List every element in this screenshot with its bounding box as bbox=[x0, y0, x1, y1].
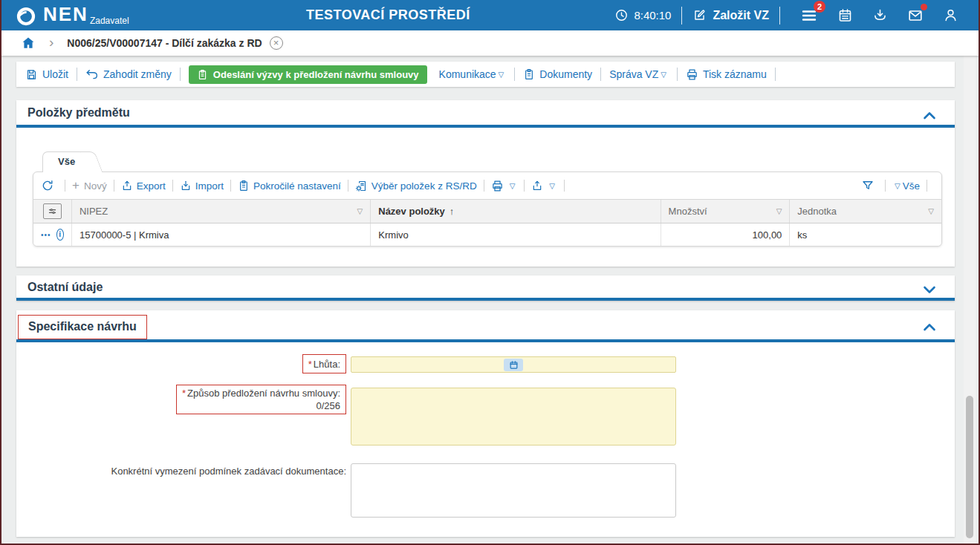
discard-label: Zahodit změny bbox=[103, 68, 172, 80]
refresh-button[interactable] bbox=[41, 179, 58, 192]
sliders-icon bbox=[47, 206, 58, 217]
messages-notification-dot bbox=[921, 4, 927, 10]
save-button[interactable]: Uložit bbox=[25, 68, 68, 81]
filter-button[interactable] bbox=[861, 179, 878, 192]
conditions-label: Konkrétní vymezení podmínek zadávací dok… bbox=[111, 466, 346, 477]
dropdown-icon: ▽ bbox=[895, 182, 901, 190]
deadline-field-wrap bbox=[351, 356, 676, 373]
brand-logo[interactable]: NEN Zadavatel bbox=[15, 3, 129, 27]
section-underline bbox=[16, 339, 955, 342]
conditions-textarea[interactable] bbox=[351, 463, 676, 518]
spec-title-required-box: Specifikace návrhu bbox=[18, 315, 147, 339]
cell-nipez: 15700000-5 | Krmiva bbox=[72, 223, 371, 246]
grid-toolbar: + Nový Export Import Pokročilé nastavení bbox=[33, 172, 941, 199]
messages-button[interactable] bbox=[907, 7, 924, 24]
collapse-section-chevron-up-icon[interactable] bbox=[921, 319, 938, 339]
import-button[interactable]: Import bbox=[180, 180, 224, 192]
printer-icon bbox=[491, 180, 504, 192]
user-profile-button[interactable] bbox=[943, 7, 958, 23]
grid-toolbar-divider bbox=[65, 180, 65, 192]
column-header-nazev-polozky[interactable]: Název položky ↑ bbox=[371, 200, 661, 223]
grid-toolbar-divider bbox=[885, 180, 886, 192]
document-gear-icon bbox=[355, 180, 368, 192]
date-picker-button[interactable] bbox=[504, 359, 523, 371]
documents-button[interactable]: Dokumenty bbox=[523, 68, 592, 80]
deadline-label-box: *Lhůta: bbox=[302, 354, 346, 373]
brand-name: NEN bbox=[43, 3, 88, 25]
top-header-bar: NEN Zadavatel TESTOVACÍ PROSTŘEDÍ 8:40:1… bbox=[1, 0, 979, 30]
column-filter-icon[interactable]: ▽ bbox=[357, 207, 363, 215]
send-proposal-label: Odeslání výzvy k předložení návrhu smlou… bbox=[213, 69, 419, 80]
advanced-settings-button[interactable]: Pokročilé nastavení bbox=[238, 180, 341, 192]
section-underline bbox=[16, 125, 955, 128]
toolbar-divider bbox=[600, 68, 601, 81]
grid-toolbar-divider bbox=[564, 180, 565, 192]
breadcrumb: › N006/25/V00007147 - Dílčí zakázka z RD… bbox=[1, 30, 979, 56]
brand-subtitle: Zadavatel bbox=[90, 16, 129, 26]
required-asterisk: * bbox=[308, 359, 312, 370]
vertical-scrollbar-track[interactable] bbox=[964, 56, 976, 544]
method-textarea[interactable] bbox=[351, 388, 676, 446]
tab-all[interactable]: Vše bbox=[42, 151, 90, 172]
toolbar-divider bbox=[77, 68, 77, 81]
select-items-rs-rd-button[interactable]: Výběr položek z RS/RD bbox=[355, 180, 477, 192]
home-button[interactable] bbox=[21, 36, 36, 50]
session-time: 8:40:10 bbox=[614, 8, 671, 22]
clipboard-icon bbox=[238, 180, 250, 192]
column-filter-icon[interactable]: ▽ bbox=[928, 207, 934, 215]
column-filter-icon[interactable]: ▽ bbox=[776, 207, 782, 215]
send-proposal-button[interactable]: Odeslání výzvy k předložení návrhu smlou… bbox=[189, 65, 427, 84]
manage-vz-label: Správa VZ bbox=[609, 68, 658, 80]
main-menu-button[interactable]: 2 bbox=[800, 7, 818, 25]
print-record-button[interactable]: Tisk záznamu bbox=[686, 68, 767, 81]
export-icon bbox=[531, 180, 543, 192]
grid-toolbar-divider bbox=[524, 180, 525, 192]
column-chooser-button[interactable] bbox=[43, 203, 62, 219]
toolbar-divider bbox=[677, 68, 678, 81]
column-header-jednotka[interactable]: Jednotka ▽ bbox=[790, 200, 941, 223]
create-vz-button[interactable]: Založit VZ bbox=[692, 8, 769, 22]
grid-toolbar-divider bbox=[114, 180, 114, 192]
print-dropdown-button[interactable]: ▽ bbox=[491, 180, 518, 192]
column-header-nipez[interactable]: NIPEZ ▽ bbox=[72, 200, 371, 223]
column-header-label: NIPEZ bbox=[79, 206, 108, 217]
toolbar-divider bbox=[514, 68, 515, 81]
method-label-box: *Způsob předložení návrhu smlouvy: 0/256 bbox=[176, 385, 346, 414]
select-items-rs-rd-label: Výběr položek z RS/RD bbox=[371, 180, 477, 192]
plus-icon: + bbox=[72, 178, 79, 193]
close-tab-icon[interactable]: × bbox=[270, 36, 283, 50]
column-header-mnozstvi[interactable]: Množství ▽ bbox=[661, 200, 791, 223]
home-icon bbox=[21, 36, 36, 50]
vertical-scrollbar-thumb[interactable] bbox=[966, 396, 973, 538]
grid-toolbar-divider bbox=[230, 180, 231, 192]
save-icon bbox=[25, 68, 38, 81]
communication-menu[interactable]: Komunikace ▽ bbox=[439, 68, 507, 80]
communication-label: Komunikace bbox=[439, 68, 496, 80]
manage-vz-menu[interactable]: Správa VZ ▽ bbox=[609, 68, 669, 80]
grid-toolbar-divider bbox=[484, 180, 484, 192]
other-data-section: Ostatní údaje bbox=[16, 275, 955, 301]
export-button[interactable]: Export bbox=[121, 180, 166, 192]
items-section: Položky předmětu Vše + Nový Export bbox=[16, 100, 955, 267]
export-label: Export bbox=[137, 180, 166, 192]
column-header-label: Název položky bbox=[378, 206, 445, 217]
required-asterisk: * bbox=[182, 388, 186, 399]
share-dropdown-button[interactable]: ▽ bbox=[531, 180, 557, 192]
import-label: Import bbox=[195, 180, 224, 192]
new-item-label: Nový bbox=[84, 180, 107, 192]
calendar-button[interactable] bbox=[837, 7, 853, 23]
discard-changes-button[interactable]: Zahodit změny bbox=[85, 68, 172, 81]
row-actions-icon[interactable]: ••• bbox=[41, 231, 51, 239]
dropdown-icon: ▽ bbox=[661, 71, 666, 79]
grid-toolbar-divider bbox=[348, 180, 348, 192]
view-filter-all-dropdown[interactable]: ▽ Vše bbox=[892, 180, 920, 192]
row-info-icon[interactable]: i bbox=[56, 229, 64, 241]
method-char-counter: 0/256 bbox=[182, 400, 340, 411]
new-item-button[interactable]: + Nový bbox=[72, 178, 107, 193]
breadcrumb-item[interactable]: N006/25/V00007147 - Dílčí zakázka z RD bbox=[67, 37, 262, 49]
document-icon bbox=[523, 68, 535, 80]
table-row[interactable]: ••• i 15700000-5 | Krmiva Krmivo 100,00 … bbox=[33, 223, 941, 246]
action-toolbar: Uložit Zahodit změny Odeslání výzvy k př… bbox=[16, 62, 955, 87]
other-section-title: Ostatní údaje bbox=[27, 281, 103, 293]
download-button[interactable] bbox=[872, 7, 888, 23]
